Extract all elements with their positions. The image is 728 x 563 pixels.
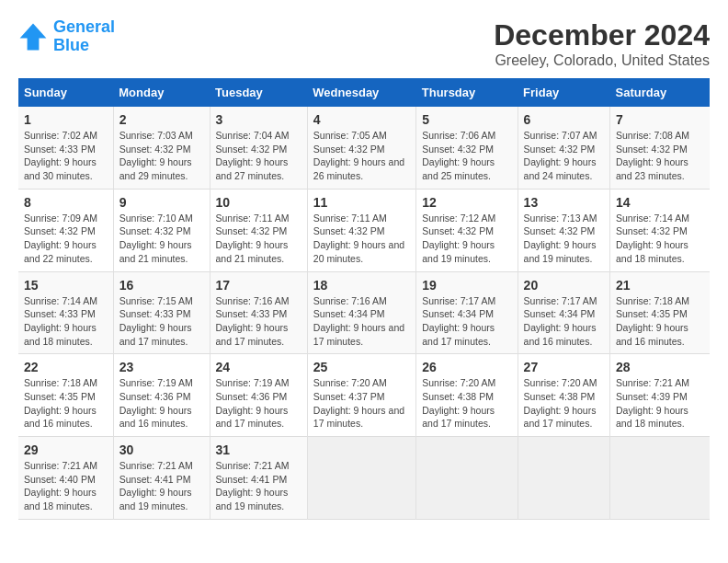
- day-number: 27: [524, 360, 604, 374]
- day-info: Sunrise: 7:12 AMSunset: 4:32 PMDaylight:…: [422, 212, 511, 266]
- day-info: Sunrise: 7:17 AMSunset: 4:34 PMDaylight:…: [422, 294, 511, 349]
- day-info: Sunrise: 7:21 AMSunset: 4:40 PMDaylight:…: [24, 459, 108, 513]
- calendar-header: Sunday Monday Tuesday Wednesday Thursday…: [18, 78, 710, 107]
- calendar-cell: 27Sunrise: 7:20 AMSunset: 4:38 PMDayligh…: [518, 354, 609, 437]
- logo: General Blue: [18, 18, 115, 55]
- day-info: Sunrise: 7:21 AMSunset: 4:39 PMDaylight:…: [616, 376, 704, 431]
- day-number: 29: [24, 442, 108, 457]
- calendar-cell: [416, 437, 518, 520]
- day-number: 2: [119, 112, 204, 127]
- calendar-cell: 26Sunrise: 7:20 AMSunset: 4:38 PMDayligh…: [416, 354, 518, 437]
- calendar-cell: 11Sunrise: 7:11 AMSunset: 4:32 PMDayligh…: [307, 189, 415, 271]
- header-tuesday: Tuesday: [210, 78, 307, 107]
- calendar-cell: 16Sunrise: 7:15 AMSunset: 4:33 PMDayligh…: [113, 271, 210, 354]
- calendar-cell: [307, 437, 415, 520]
- svg-marker-0: [20, 23, 47, 50]
- day-info: Sunrise: 7:05 AMSunset: 4:32 PMDaylight:…: [313, 129, 410, 183]
- header-monday: Monday: [113, 78, 210, 107]
- day-info: Sunrise: 7:02 AMSunset: 4:33 PMDaylight:…: [24, 129, 108, 183]
- calendar-cell: 31Sunrise: 7:21 AMSunset: 4:41 PMDayligh…: [210, 437, 307, 520]
- header: General Blue December 2024 Greeley, Colo…: [18, 18, 710, 69]
- header-row: Sunday Monday Tuesday Wednesday Thursday…: [18, 78, 710, 107]
- day-number: 16: [119, 278, 204, 293]
- calendar-week-3: 15Sunrise: 7:14 AMSunset: 4:33 PMDayligh…: [18, 271, 710, 354]
- day-info: Sunrise: 7:04 AMSunset: 4:32 PMDaylight:…: [216, 129, 301, 183]
- day-info: Sunrise: 7:11 AMSunset: 4:32 PMDaylight:…: [216, 212, 301, 266]
- header-wednesday: Wednesday: [307, 78, 415, 107]
- main-title: December 2024: [494, 18, 710, 52]
- header-friday: Friday: [518, 78, 609, 107]
- day-number: 8: [24, 195, 108, 210]
- day-number: 9: [119, 195, 204, 210]
- day-number: 22: [24, 360, 108, 374]
- calendar-cell: 6Sunrise: 7:07 AMSunset: 4:32 PMDaylight…: [518, 107, 609, 189]
- title-section: December 2024 Greeley, Colorado, United …: [494, 18, 710, 69]
- day-info: Sunrise: 7:19 AMSunset: 4:36 PMDaylight:…: [216, 376, 301, 431]
- day-number: 14: [616, 195, 704, 210]
- calendar-cell: 10Sunrise: 7:11 AMSunset: 4:32 PMDayligh…: [210, 189, 307, 271]
- day-number: 25: [313, 360, 410, 374]
- calendar-week-2: 8Sunrise: 7:09 AMSunset: 4:32 PMDaylight…: [18, 189, 710, 271]
- day-info: Sunrise: 7:21 AMSunset: 4:41 PMDaylight:…: [216, 459, 301, 513]
- calendar-cell: 21Sunrise: 7:18 AMSunset: 4:35 PMDayligh…: [610, 271, 710, 354]
- calendar-cell: 20Sunrise: 7:17 AMSunset: 4:34 PMDayligh…: [518, 271, 609, 354]
- header-thursday: Thursday: [416, 78, 518, 107]
- calendar-cell: 4Sunrise: 7:05 AMSunset: 4:32 PMDaylight…: [307, 107, 415, 189]
- day-info: Sunrise: 7:17 AMSunset: 4:34 PMDaylight:…: [524, 294, 604, 349]
- day-number: 19: [422, 278, 511, 293]
- day-info: Sunrise: 7:03 AMSunset: 4:32 PMDaylight:…: [119, 129, 204, 183]
- day-number: 3: [216, 112, 301, 127]
- day-number: 11: [313, 195, 410, 210]
- calendar-table: Sunday Monday Tuesday Wednesday Thursday…: [18, 78, 710, 520]
- logo-icon: [18, 22, 48, 52]
- day-number: 1: [24, 112, 108, 127]
- calendar-cell: 14Sunrise: 7:14 AMSunset: 4:32 PMDayligh…: [610, 189, 710, 271]
- day-number: 5: [422, 112, 511, 127]
- calendar-body: 1Sunrise: 7:02 AMSunset: 4:33 PMDaylight…: [18, 107, 710, 519]
- day-number: 10: [216, 195, 301, 210]
- calendar-week-1: 1Sunrise: 7:02 AMSunset: 4:33 PMDaylight…: [18, 107, 710, 189]
- calendar-cell: 18Sunrise: 7:16 AMSunset: 4:34 PMDayligh…: [307, 271, 415, 354]
- day-number: 13: [524, 195, 604, 210]
- calendar-cell: 15Sunrise: 7:14 AMSunset: 4:33 PMDayligh…: [18, 271, 113, 354]
- day-number: 6: [524, 112, 604, 127]
- day-info: Sunrise: 7:18 AMSunset: 4:35 PMDaylight:…: [24, 376, 108, 431]
- calendar-cell: 25Sunrise: 7:20 AMSunset: 4:37 PMDayligh…: [307, 354, 415, 437]
- day-number: 24: [216, 360, 301, 374]
- calendar-cell: 8Sunrise: 7:09 AMSunset: 4:32 PMDaylight…: [18, 189, 113, 271]
- day-info: Sunrise: 7:06 AMSunset: 4:32 PMDaylight:…: [422, 129, 511, 183]
- calendar-cell: 13Sunrise: 7:13 AMSunset: 4:32 PMDayligh…: [518, 189, 609, 271]
- calendar-cell: 17Sunrise: 7:16 AMSunset: 4:33 PMDayligh…: [210, 271, 307, 354]
- calendar-week-5: 29Sunrise: 7:21 AMSunset: 4:40 PMDayligh…: [18, 437, 710, 520]
- calendar-cell: 2Sunrise: 7:03 AMSunset: 4:32 PMDaylight…: [113, 107, 210, 189]
- calendar-cell: 22Sunrise: 7:18 AMSunset: 4:35 PMDayligh…: [18, 354, 113, 437]
- day-info: Sunrise: 7:15 AMSunset: 4:33 PMDaylight:…: [119, 294, 204, 349]
- day-info: Sunrise: 7:21 AMSunset: 4:41 PMDaylight:…: [119, 459, 204, 513]
- day-number: 17: [216, 278, 301, 293]
- day-number: 28: [616, 360, 704, 374]
- day-number: 7: [616, 112, 704, 127]
- day-number: 4: [313, 112, 410, 127]
- header-saturday: Saturday: [610, 78, 710, 107]
- day-info: Sunrise: 7:14 AMSunset: 4:33 PMDaylight:…: [24, 294, 108, 349]
- day-info: Sunrise: 7:07 AMSunset: 4:32 PMDaylight:…: [524, 129, 604, 183]
- calendar-cell: 24Sunrise: 7:19 AMSunset: 4:36 PMDayligh…: [210, 354, 307, 437]
- calendar-cell: 30Sunrise: 7:21 AMSunset: 4:41 PMDayligh…: [113, 437, 210, 520]
- day-number: 30: [119, 442, 204, 457]
- day-number: 12: [422, 195, 511, 210]
- calendar-cell: 29Sunrise: 7:21 AMSunset: 4:40 PMDayligh…: [18, 437, 113, 520]
- calendar-cell: 3Sunrise: 7:04 AMSunset: 4:32 PMDaylight…: [210, 107, 307, 189]
- day-number: 23: [119, 360, 204, 374]
- calendar-cell: 12Sunrise: 7:12 AMSunset: 4:32 PMDayligh…: [416, 189, 518, 271]
- calendar-cell: [610, 437, 710, 520]
- day-info: Sunrise: 7:13 AMSunset: 4:32 PMDaylight:…: [524, 212, 604, 266]
- day-info: Sunrise: 7:18 AMSunset: 4:35 PMDaylight:…: [616, 294, 704, 349]
- day-info: Sunrise: 7:11 AMSunset: 4:32 PMDaylight:…: [313, 212, 410, 266]
- header-sunday: Sunday: [18, 78, 113, 107]
- day-number: 21: [616, 278, 704, 293]
- calendar-week-4: 22Sunrise: 7:18 AMSunset: 4:35 PMDayligh…: [18, 354, 710, 437]
- day-info: Sunrise: 7:14 AMSunset: 4:32 PMDaylight:…: [616, 212, 704, 266]
- day-number: 15: [24, 278, 108, 293]
- calendar-cell: [518, 437, 609, 520]
- day-info: Sunrise: 7:20 AMSunset: 4:38 PMDaylight:…: [524, 376, 604, 431]
